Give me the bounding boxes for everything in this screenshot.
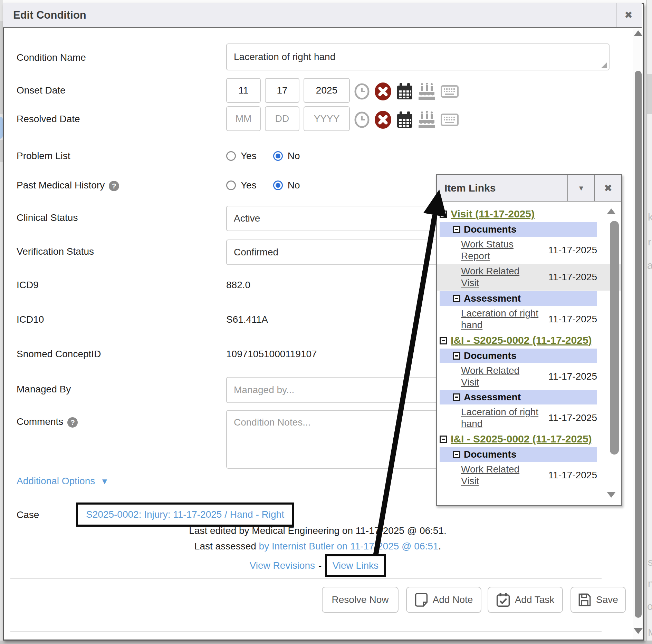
- collapse-minus-icon[interactable]: [453, 451, 460, 458]
- tree-section-row: Documents: [440, 447, 597, 462]
- clock-icon[interactable]: [354, 111, 370, 128]
- keyboard-icon[interactable]: [441, 85, 459, 98]
- icd10-label: ICD10: [17, 308, 44, 332]
- background-text-fragment: r: [648, 236, 651, 248]
- scroll-down-icon[interactable]: [634, 628, 643, 634]
- background-text-fragment: M: [648, 627, 652, 638]
- background-text-fragment: s: [648, 556, 652, 568]
- case-label: Case: [17, 503, 39, 527]
- tree-leaf-date: 11-17-2025: [539, 371, 597, 382]
- collapse-minus-icon[interactable]: [440, 337, 447, 344]
- dialog-scrollbar-thumb[interactable]: [635, 71, 642, 618]
- clinical-status-label: Clinical Status: [17, 206, 78, 230]
- collapse-minus-icon[interactable]: [440, 211, 447, 218]
- tree-leaf-row: Work Related Visit 11-17-2025: [440, 365, 597, 388]
- collapse-minus-icon[interactable]: [453, 352, 460, 360]
- background-page-bottom-edge: [0, 641, 652, 644]
- tree-group-anchor[interactable]: I&I - S2025-0002 (11-17-2025): [451, 433, 592, 445]
- problem-list-label: Problem List: [17, 144, 70, 168]
- clear-date-icon[interactable]: [374, 110, 392, 129]
- background-text-fragment: of: [647, 601, 652, 612]
- verification-status-value: Confirmed: [234, 247, 278, 258]
- clear-date-icon[interactable]: [374, 82, 392, 101]
- tree-leaf-row: Work Related Visit 11-17-2025: [440, 464, 597, 487]
- last-edited-text: Last edited by Medical Engineering on 11…: [10, 525, 625, 536]
- panel-scrollbar-thumb[interactable]: [610, 221, 619, 455]
- panel-scroll-down-icon[interactable]: [607, 492, 616, 498]
- condition-name-value: Laceration of right hand: [234, 51, 335, 62]
- collapse-minus-icon[interactable]: [453, 226, 460, 233]
- onset-date-label: Onset Date: [17, 78, 66, 103]
- tree-leaf-row: Laceration of right hand 11-17-2025: [440, 406, 597, 430]
- tree-leaf-link[interactable]: Work Status Report: [461, 238, 539, 262]
- onset-day-input[interactable]: [265, 78, 299, 103]
- tree-group-anchor[interactable]: Visit (11-17-2025): [451, 208, 535, 219]
- clinical-status-value: Active: [234, 213, 260, 224]
- pmh-yes-radio[interactable]: [226, 180, 236, 190]
- view-revisions-link[interactable]: View Revisions: [250, 560, 315, 571]
- condition-name-label: Condition Name: [17, 46, 86, 70]
- close-icon[interactable]: ✖: [616, 3, 641, 27]
- collapse-minus-icon[interactable]: [453, 295, 460, 302]
- help-icon[interactable]: ?: [109, 181, 119, 191]
- panel-collapse-caret-icon[interactable]: ▼: [567, 175, 594, 201]
- tree-leaf-date: 11-17-2025: [539, 470, 597, 481]
- birthday-cake-icon[interactable]: [418, 111, 436, 128]
- additional-options-link[interactable]: Additional Options ▼: [17, 469, 109, 493]
- problem-list-no-radio[interactable]: [273, 151, 283, 161]
- background-text-fragment: n: [648, 578, 652, 589]
- calendar-icon[interactable]: [396, 111, 413, 128]
- pmh-no-radio[interactable]: [273, 180, 283, 190]
- onset-year-input[interactable]: [304, 78, 350, 103]
- verification-status-label: Verification Status: [17, 240, 94, 264]
- case-link[interactable]: S2025-0002: Injury: 11-17-2025 / Hand - …: [86, 509, 284, 520]
- collapse-minus-icon[interactable]: [453, 393, 460, 401]
- tree-leaf-date: 11-17-2025: [539, 245, 597, 256]
- tree-group-link: Visit (11-17-2025): [440, 206, 594, 222]
- footer-divider: [10, 578, 602, 579]
- tree-leaf-date: 11-17-2025: [539, 314, 597, 325]
- view-links-link[interactable]: View Links: [333, 560, 378, 571]
- collapse-minus-icon[interactable]: [440, 436, 447, 443]
- add-note-button[interactable]: Add Note: [406, 587, 481, 613]
- scroll-up-icon[interactable]: [634, 30, 643, 36]
- tree-section-row: Documents: [440, 349, 597, 363]
- past-medical-history-label: Past Medical History?: [17, 173, 119, 197]
- resolved-date-label: Resolved Date: [17, 107, 80, 131]
- resolved-month-input[interactable]: [226, 106, 261, 131]
- onset-month-input[interactable]: [226, 78, 261, 103]
- condition-name-field[interactable]: Laceration of right hand: [226, 43, 610, 70]
- calendar-icon[interactable]: [396, 83, 413, 100]
- tree-leaf-link[interactable]: Work Related Visit: [461, 464, 539, 487]
- resolved-year-input[interactable]: [304, 106, 350, 131]
- birthday-cake-icon[interactable]: [418, 83, 436, 100]
- snomed-conceptid-label: Snomed ConceptID: [17, 342, 101, 366]
- problem-list-yes-radio[interactable]: [226, 151, 236, 161]
- tree-section-row: Assessment: [440, 291, 597, 306]
- tree-leaf-link[interactable]: Laceration of right hand: [461, 308, 539, 331]
- tree-leaf-link[interactable]: Work Related Visit: [461, 265, 539, 289]
- panel-close-icon[interactable]: ✖: [594, 175, 621, 201]
- add-task-button[interactable]: Add Task: [488, 587, 563, 613]
- last-assessed-link[interactable]: by Internist Butler on 11-17-2025 @ 06:5…: [259, 541, 439, 552]
- tree-leaf-link[interactable]: Laceration of right hand: [461, 406, 539, 430]
- case-annotation-box: S2025-0002: Injury: 11-17-2025 / Hand - …: [76, 502, 294, 527]
- item-links-title: Item Links: [444, 175, 496, 201]
- tree-group-anchor[interactable]: I&I - S2025-0002 (11-17-2025): [451, 334, 592, 346]
- resolve-now-button[interactable]: Resolve Now: [322, 587, 399, 613]
- help-icon[interactable]: ?: [67, 417, 78, 428]
- clock-icon[interactable]: [354, 83, 370, 100]
- save-button[interactable]: Save: [570, 587, 626, 613]
- panel-scroll-up-icon[interactable]: [607, 208, 616, 214]
- background-text-fragment: at: [647, 260, 652, 271]
- keyboard-icon[interactable]: [441, 114, 459, 126]
- tree-leaf-date: 11-17-2025: [539, 272, 597, 283]
- resolved-day-input[interactable]: [265, 106, 299, 131]
- tree-group-link: I&I - S2025-0002 (11-17-2025): [440, 333, 594, 348]
- note-icon: [415, 593, 428, 607]
- tree-leaf-link[interactable]: Work Related Visit: [461, 365, 539, 388]
- resize-handle-icon[interactable]: [601, 62, 607, 68]
- radio-label-yes: Yes: [241, 150, 257, 162]
- item-links-header[interactable]: Item Links ▼ ✖: [437, 175, 621, 202]
- snomed-conceptid-value: 10971051000119107: [226, 342, 317, 366]
